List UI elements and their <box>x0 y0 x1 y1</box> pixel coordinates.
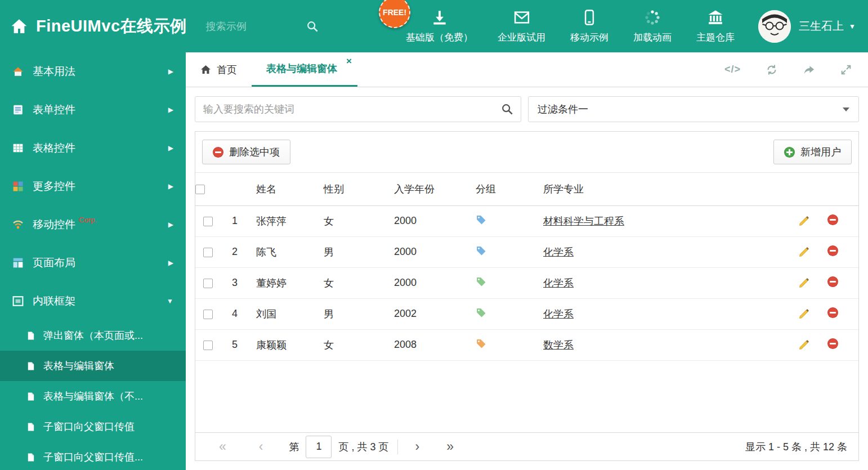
home-icon[interactable] <box>10 17 28 35</box>
nav-theme-store[interactable]: 主题仓库 <box>696 9 735 44</box>
col-header-year[interactable]: 入学年份 <box>387 173 469 205</box>
grid-icon <box>12 142 24 154</box>
sidebar-item-more-controls[interactable]: 更多控件 ▶ <box>0 167 186 205</box>
sidebar-item-iframe[interactable]: 内联框架 ▼ <box>0 282 186 320</box>
edit-pencil-icon[interactable] <box>798 246 810 258</box>
chevron-right-icon: ▶ <box>168 106 173 114</box>
delete-row-icon[interactable] <box>827 214 838 228</box>
prev-page-button[interactable]: ‹ <box>259 440 263 453</box>
chevron-right-icon: ▶ <box>168 259 173 267</box>
filter-dropdown-value: 过滤条件一 <box>538 102 588 116</box>
search-icon[interactable] <box>306 20 319 33</box>
fullscreen-icon[interactable] <box>840 64 852 76</box>
delete-row-icon[interactable] <box>827 276 838 290</box>
grid-toolbar: 删除选中项 新增用户 <box>195 132 858 173</box>
first-page-button[interactable]: « <box>219 440 226 453</box>
table-row: 4 刘国 男 2002 化学系 <box>195 298 858 329</box>
row-checkbox[interactable] <box>203 341 213 350</box>
edit-pencil-icon[interactable] <box>798 308 810 320</box>
cell-name: 董婷婷 <box>249 267 317 298</box>
delete-row-icon[interactable] <box>827 338 838 352</box>
chevron-right-icon: ▶ <box>168 144 173 152</box>
pagination-bar: « ‹ 第 页 , 共 3 页 › » 显示 1 - 5 条 , 共 12 条 <box>195 432 858 460</box>
sidebar-subitem-popup-window[interactable]: 弹出窗体（本页面或... <box>0 320 186 351</box>
major-link[interactable]: 材料科学与工程系 <box>543 216 624 227</box>
nav-label: 主题仓库 <box>696 31 735 44</box>
major-link[interactable]: 化学系 <box>543 308 574 320</box>
major-link[interactable]: 化学系 <box>543 277 574 289</box>
filter-dropdown[interactable]: 过滤条件一 <box>528 96 859 122</box>
cell-year: 2000 <box>387 205 469 236</box>
chevron-down-icon: ▼ <box>167 297 173 305</box>
col-header-major[interactable]: 所学专业 <box>536 173 784 205</box>
row-checkbox[interactable] <box>203 279 213 288</box>
nav-loading-animation[interactable]: 加载动画 <box>633 9 672 44</box>
tag-icon[interactable] <box>476 276 486 287</box>
page-number-input[interactable] <box>306 436 332 458</box>
tag-icon[interactable] <box>476 245 486 256</box>
nav-enterprise-trial[interactable]: 企业版试用 <box>498 9 545 44</box>
col-header-gender[interactable]: 性别 <box>317 173 387 205</box>
close-icon[interactable]: × <box>346 56 352 66</box>
sidebar-subitem-label: 子窗口向父窗口传值 <box>43 420 135 433</box>
file-icon <box>26 453 35 462</box>
delete-row-icon[interactable] <box>827 245 838 259</box>
nav-basic-free[interactable]: FREE! 基础版（免费） <box>406 9 473 44</box>
edit-pencil-icon[interactable] <box>798 339 810 351</box>
tag-icon[interactable] <box>476 307 486 318</box>
avatar[interactable] <box>758 10 791 43</box>
sidebar-subitem-child-to-parent-2[interactable]: 子窗口向父窗口传值... <box>0 442 186 470</box>
user-menu[interactable]: 三生石上 ▼ <box>758 10 856 43</box>
last-page-button[interactable]: » <box>446 440 454 453</box>
delete-selected-button[interactable]: 删除选中项 <box>202 140 290 164</box>
keyword-search <box>195 96 521 122</box>
edit-pencil-icon[interactable] <box>798 277 810 289</box>
sidebar-item-mobile-controls[interactable]: 移动控件 Corp. ▶ <box>0 205 186 244</box>
table-row: 5 康颖颖 女 2008 数学系 <box>195 329 858 360</box>
row-checkbox[interactable] <box>203 217 213 226</box>
tab-home[interactable]: 首页 <box>186 52 252 87</box>
col-header-index <box>220 173 249 205</box>
tag-icon[interactable] <box>476 338 486 349</box>
spinner-icon <box>644 9 661 26</box>
open-new-window-icon[interactable] <box>803 64 815 76</box>
next-page-button[interactable]: › <box>415 440 419 453</box>
major-link[interactable]: 化学系 <box>543 247 574 258</box>
sidebar-item-form-controls[interactable]: 表单控件 ▶ <box>0 91 186 129</box>
sidebar-item-label: 基本用法 <box>33 64 75 79</box>
row-index: 2 <box>220 236 249 267</box>
search-icon[interactable] <box>501 103 513 115</box>
delete-row-icon[interactable] <box>827 307 838 321</box>
cell-name: 张萍萍 <box>249 205 317 236</box>
major-link[interactable]: 数学系 <box>543 339 574 351</box>
source-code-icon[interactable]: </> <box>724 64 741 75</box>
sidebar-subitem-grid-edit-window[interactable]: 表格与编辑窗体 <box>0 351 186 381</box>
top-header: FineUIMvc在线示例 搜索示例 FREE! 基础版（免费） 企业版试用 移… <box>0 0 868 52</box>
record-count-summary: 显示 1 - 5 条 , 共 12 条 <box>745 440 847 454</box>
tag-icon[interactable] <box>476 214 486 225</box>
sidebar-subitem-grid-edit-window-2[interactable]: 表格与编辑窗体（不... <box>0 381 186 411</box>
cell-gender: 男 <box>317 298 387 329</box>
row-checkbox[interactable] <box>203 248 213 257</box>
col-header-group[interactable]: 分组 <box>469 173 536 205</box>
edit-pencil-icon[interactable] <box>798 215 810 227</box>
sidebar-item-basic-usage[interactable]: 基本用法 ▶ <box>0 52 186 91</box>
nav-mobile-demo[interactable]: 移动示例 <box>570 9 609 44</box>
tab-bar: 首页 表格与编辑窗体 × </> <box>186 52 868 87</box>
sidebar-item-page-layout[interactable]: 页面布局 ▶ <box>0 244 186 282</box>
page-prefix-label: 第 <box>289 440 299 454</box>
chevron-right-icon: ▶ <box>168 221 173 229</box>
sidebar-subitem-child-to-parent[interactable]: 子窗口向父窗口传值 <box>0 411 186 442</box>
tab-grid-edit-window[interactable]: 表格与编辑窗体 × <box>252 52 357 87</box>
header-search[interactable]: 搜索示例 <box>206 20 319 33</box>
add-user-button[interactable]: 新增用户 <box>773 140 852 164</box>
tab-label: 表格与编辑窗体 <box>266 62 337 75</box>
select-all-checkbox[interactable] <box>195 185 205 194</box>
minus-circle-icon <box>213 147 223 158</box>
refresh-icon[interactable] <box>766 64 778 76</box>
sidebar-item-grid-controls[interactable]: 表格控件 ▶ <box>0 129 186 167</box>
corp-badge: Corp. <box>79 216 97 224</box>
keyword-search-input[interactable] <box>195 96 521 122</box>
row-checkbox[interactable] <box>203 310 213 319</box>
col-header-name[interactable]: 姓名 <box>249 173 317 205</box>
